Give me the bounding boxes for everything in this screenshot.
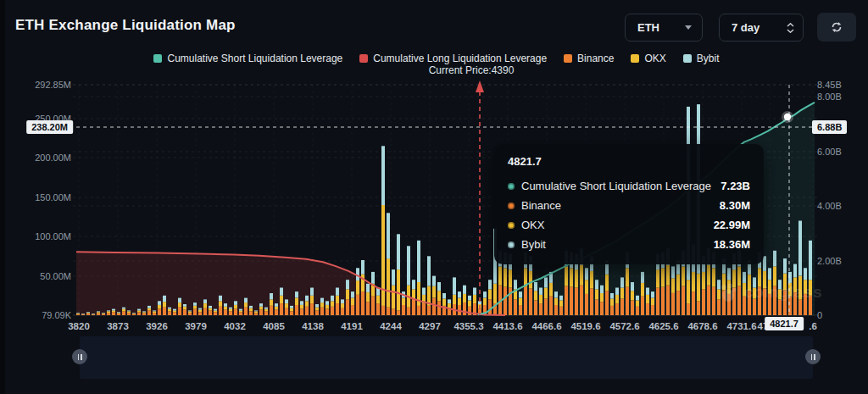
bar-segment-binance — [132, 314, 136, 315]
bar-segment-bybit — [793, 264, 797, 278]
bar-segment-binance — [173, 312, 176, 315]
bar-segment-binance — [717, 299, 721, 315]
bar-segment-okx — [392, 286, 395, 309]
bar-segment-binance — [682, 286, 685, 315]
bar-segment-binance — [112, 312, 115, 315]
bar-segment-binance — [336, 303, 339, 315]
bar-segment-binance — [203, 308, 207, 315]
bar-segment-binance — [743, 297, 746, 315]
range-navigator-track[interactable] — [80, 336, 813, 379]
bar-segment-okx — [331, 301, 334, 307]
bar-segment-okx — [504, 268, 507, 286]
bar-segment-bybit — [117, 312, 120, 313]
bar-segment-okx — [539, 295, 542, 303]
y-axis-left-tick: 200.00M — [35, 153, 71, 163]
bar-segment-okx — [656, 269, 659, 287]
bar-segment-okx — [737, 266, 741, 286]
y-axis-right-tick: 8.45B — [817, 80, 842, 90]
bar-segment-binance — [351, 305, 354, 315]
bar-segment-okx — [753, 288, 756, 299]
navigator-left-handle[interactable] — [72, 349, 87, 364]
x-axis-tick: 4678.6 — [687, 321, 717, 331]
bar-segment-okx — [544, 288, 548, 299]
bar-segment-bybit — [305, 296, 309, 302]
navigator-right-handle[interactable] — [805, 349, 821, 364]
bar-segment-binance — [570, 287, 573, 315]
y-axis-right-tick: 2.00B — [817, 256, 842, 266]
bar-segment-okx — [493, 284, 497, 303]
bar-segment-bybit — [188, 310, 192, 311]
bar-segment-okx — [326, 305, 329, 309]
bar-segment-binance — [753, 299, 756, 316]
bar-segment-bybit — [280, 288, 283, 296]
bar-segment-bybit — [97, 311, 100, 312]
bar-segment-okx — [178, 302, 181, 308]
bar-segment-okx — [361, 275, 364, 291]
bar-segment-bybit — [671, 266, 675, 278]
bar-segment-okx — [183, 307, 186, 310]
bar-segment-okx — [783, 274, 787, 291]
bar-segment-binance — [392, 309, 395, 315]
bar-segment-bybit — [158, 301, 161, 305]
bar-segment-bybit — [559, 296, 563, 301]
bar-segment-binance — [615, 303, 619, 315]
bar-segment-binance — [315, 310, 319, 315]
bar-segment-bybit — [203, 299, 207, 303]
x-axis-tick: 4191 — [341, 321, 363, 331]
bar-segment-okx — [671, 278, 675, 293]
bar-segment-okx — [676, 275, 680, 291]
x-axis-tick: 3820 — [68, 321, 90, 331]
bar-segment-okx — [214, 310, 217, 312]
bar-segment-bybit — [743, 272, 746, 283]
bar-segment-binance — [529, 288, 532, 315]
bar-segment-bybit — [310, 288, 314, 296]
bar-segment-bybit — [137, 309, 141, 311]
bar-segment-okx — [442, 299, 446, 306]
bar-segment-binance — [280, 303, 283, 315]
bar-segment-okx — [203, 303, 207, 308]
bar-segment-okx — [605, 275, 609, 291]
bar-segment-okx — [264, 309, 268, 312]
bar-segment-binance — [809, 296, 812, 315]
bar-segment-binance — [580, 286, 583, 315]
bar-segment-binance — [707, 286, 710, 315]
bar-segment-binance — [773, 286, 776, 315]
bar-segment-bybit — [636, 296, 639, 301]
area-fill — [76, 252, 505, 315]
bar-segment-okx — [743, 283, 746, 297]
bar-segment-bybit — [361, 260, 364, 275]
bar-segment-binance — [356, 295, 359, 315]
bar-segment-bybit — [768, 268, 771, 280]
bar-segment-binance — [661, 287, 665, 315]
bar-segment-bybit — [351, 291, 354, 297]
bar-segment-binance — [198, 312, 202, 315]
bar-segment-binance — [646, 303, 649, 315]
bar-segment-okx — [519, 298, 522, 305]
bar-segment-okx — [76, 314, 80, 314]
bar-segment-binance — [402, 305, 405, 315]
bar-segment-bybit — [183, 304, 186, 307]
bar-segment-binance — [676, 291, 680, 315]
bar-segment-bybit — [646, 288, 649, 295]
bar-segment-bybit — [86, 312, 90, 313]
x-axis-tick: 3926 — [146, 321, 168, 331]
bar-segment-binance — [229, 311, 232, 315]
x-axis-tick: 4138 — [302, 321, 324, 331]
tooltip-title: 4821.7 — [508, 155, 750, 168]
bar-segment-okx — [387, 258, 390, 308]
liquidation-map-card: ETH Exchange Liquidation Map ETH 7 day C… — [0, 0, 868, 394]
bar-segment-bybit — [275, 303, 278, 307]
bar-segment-bybit — [519, 291, 522, 297]
bar-segment-okx — [376, 296, 380, 303]
bar-segment-binance — [732, 288, 736, 316]
bar-segment-okx — [798, 276, 802, 300]
bar-segment-binance — [783, 290, 787, 315]
bar-segment-binance — [326, 309, 329, 315]
bar-segment-binance — [92, 314, 95, 315]
bar-segment-bybit — [112, 309, 115, 311]
bar-segment-okx — [768, 280, 771, 294]
bar-segment-binance — [468, 307, 471, 315]
bar-segment-okx — [117, 313, 120, 314]
bar-segment-okx — [102, 314, 105, 314]
bar-segment-okx — [366, 292, 370, 302]
